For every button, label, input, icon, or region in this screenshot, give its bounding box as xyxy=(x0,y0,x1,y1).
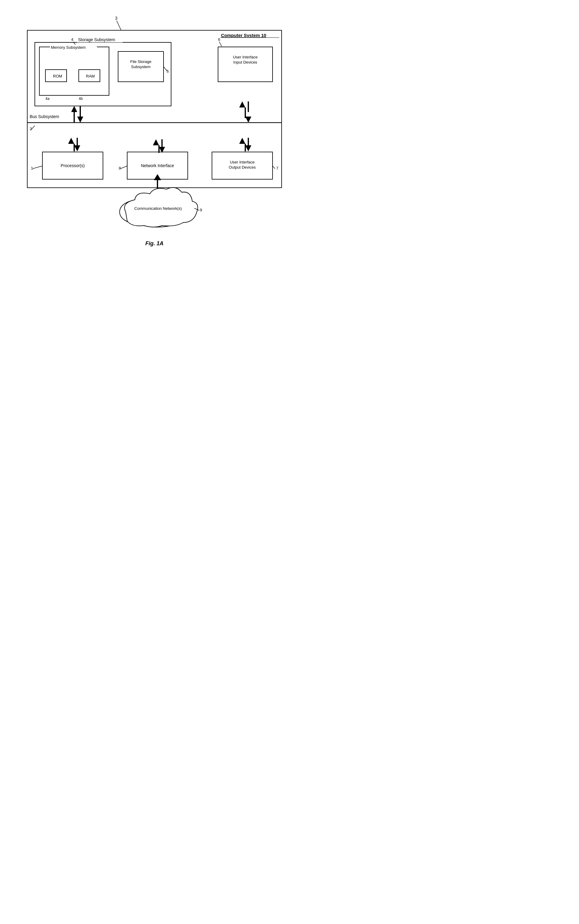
svg-line-30 xyxy=(273,166,275,169)
svg-marker-8 xyxy=(71,106,77,112)
storage-subsystem-label-text: Storage Subsystem xyxy=(78,37,115,42)
svg-rect-21 xyxy=(74,144,75,151)
ref-4a-label: 4a xyxy=(46,96,50,101)
comm-network-label: Communication Network(s) xyxy=(134,206,182,211)
svg-rect-9 xyxy=(74,112,75,122)
ref-2-label: 2 xyxy=(29,127,32,131)
ram-label: RAM xyxy=(86,74,95,78)
svg-rect-27 xyxy=(248,138,249,145)
ref-1-label: 1 xyxy=(31,166,33,170)
svg-marker-32 xyxy=(154,174,161,180)
ref-4b-label: 4b xyxy=(79,96,83,101)
svg-rect-23 xyxy=(77,138,78,145)
svg-marker-20 xyxy=(68,138,74,144)
svg-rect-15 xyxy=(248,101,249,112)
svg-line-6 xyxy=(219,42,222,46)
svg-line-0 xyxy=(116,21,121,30)
ref-7-label: 7 xyxy=(276,166,278,170)
ref-9-label: 9 xyxy=(200,208,202,212)
bus-subsystem-label: Bus Subsystem xyxy=(29,114,59,119)
svg-rect-11 xyxy=(80,106,81,117)
svg-marker-16 xyxy=(153,139,159,145)
svg-line-28 xyxy=(33,166,43,169)
ui-input-line2: Input Devices xyxy=(234,60,257,64)
ref-3-label: 3 xyxy=(115,16,118,21)
ui-output-line2: Output Devices xyxy=(229,165,256,170)
svg-marker-26 xyxy=(245,145,251,151)
svg-rect-19 xyxy=(161,139,163,147)
svg-marker-14 xyxy=(245,117,251,122)
ref-5-label: 5 xyxy=(167,69,168,73)
ref-8-label: 8 xyxy=(119,166,121,170)
svg-line-29 xyxy=(121,166,127,169)
svg-marker-22 xyxy=(74,145,80,151)
processors-label: Processor(s) xyxy=(61,163,85,168)
ui-output-line1: User Interface xyxy=(230,160,255,164)
ref-6-label: 6 xyxy=(218,37,220,42)
svg-marker-24 xyxy=(239,138,245,144)
file-storage-line1: File Storage xyxy=(130,59,151,64)
fig-label: Fig. 1A xyxy=(146,240,164,247)
memory-subsystem-box xyxy=(39,47,109,95)
svg-marker-10 xyxy=(77,117,83,122)
memory-subsystem-label-text: Memory Subsystem xyxy=(51,45,86,50)
rom-label: ROM xyxy=(53,74,62,78)
svg-rect-25 xyxy=(245,144,246,151)
computer-system-title: Computer System 10 xyxy=(221,33,266,38)
svg-marker-12 xyxy=(239,101,245,108)
svg-rect-13 xyxy=(245,108,246,118)
network-interface-label: Network Interface xyxy=(141,163,174,168)
file-storage-line2: Subsystem xyxy=(131,64,150,69)
ui-input-line1: User Interface xyxy=(233,55,258,59)
ref-4-label: 4 xyxy=(71,37,73,42)
